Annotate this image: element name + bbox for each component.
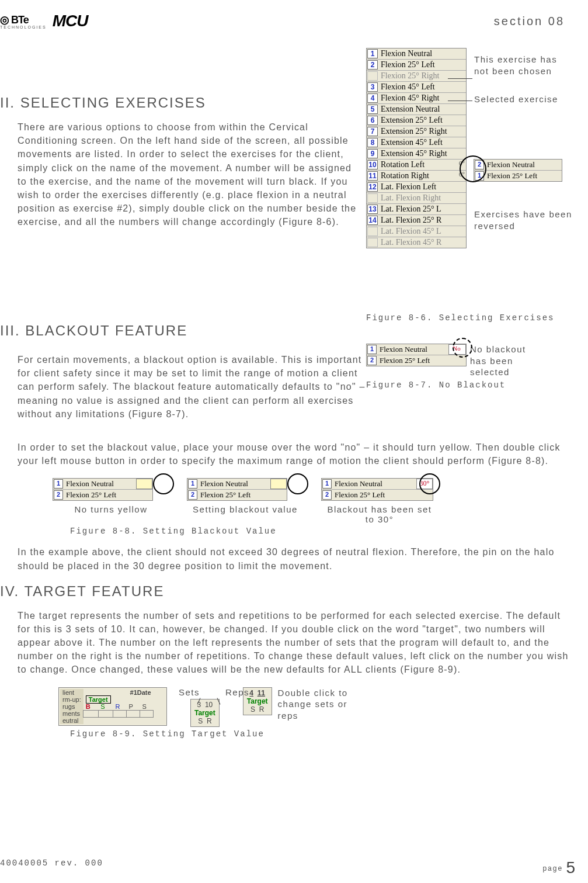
footer-page: page 5: [542, 858, 576, 877]
exercise-number[interactable]: 2: [367, 60, 378, 70]
blackout-value[interactable]: [270, 479, 287, 489]
blackout-value[interactable]: [136, 479, 152, 489]
annot-selected: Selected exercise: [474, 94, 558, 105]
exercise-number[interactable]: [367, 227, 378, 236]
figure-8-8: 1Flexion Neutral2Flexion 25° Left No tur…: [53, 478, 570, 524]
caption-fig-8-6: Figure 8-6. Selecting Exercises: [366, 313, 570, 323]
exercise-number[interactable]: 5: [367, 105, 378, 114]
para-blackout-3: In the example above, the client should …: [18, 545, 570, 572]
exercise-name[interactable]: Lat. Flexion 45° L: [378, 226, 466, 237]
annot-no-blackout: No blackout has been selected: [470, 344, 540, 378]
exercise-number[interactable]: 13: [367, 205, 378, 214]
label-reps: Reps: [225, 687, 249, 697]
exercise-number[interactable]: 1: [367, 49, 378, 58]
exercise-name[interactable]: Flexion 45° Left: [378, 82, 466, 92]
exercise-number[interactable]: 8: [367, 138, 378, 147]
heading-blackout: III. BLACKOUT FEATURE: [0, 323, 570, 339]
exercise-number[interactable]: [367, 238, 378, 247]
exercise-row[interactable]: 8Extension 45° Left: [367, 137, 466, 148]
exercise-name[interactable]: Rotation Right: [378, 171, 452, 181]
exercise-name[interactable]: Flexion 25° Left: [378, 60, 466, 70]
exercise-name[interactable]: Lat. Flexion Right: [378, 193, 466, 203]
figure-8-7: 1Flexion NeutralNo2Flexion 25° Left No b…: [366, 344, 570, 431]
exercise-row[interactable]: 13Lat. Flexion 25° L: [367, 204, 466, 215]
para-target: The target represents the number of sets…: [18, 609, 570, 677]
label-sets: Sets: [179, 687, 200, 697]
exercise-row[interactable]: 2Flexion 25° Left: [322, 490, 433, 500]
para-blackout-2: In order to set the blackout value, plac…: [18, 441, 570, 468]
exercise-name[interactable]: Extension 45° Left: [378, 137, 466, 148]
exercise-row[interactable]: 1Flexion Neutral: [53, 479, 152, 490]
cap-setting-blackout: Setting blackout value: [187, 504, 304, 514]
exercise-row[interactable]: Lat. Flexion 45° R: [367, 237, 466, 248]
para-blackout-1: For certain movements, a blackout option…: [18, 353, 366, 421]
exercise-row[interactable]: 1Flexion NeutralNo: [367, 344, 466, 355]
exercise-name[interactable]: Lat. Flexion 25° L: [378, 204, 466, 214]
exercise-number[interactable]: 9: [367, 149, 378, 158]
exercise-name[interactable]: Lat. Flexion Left: [378, 182, 466, 192]
exercise-row[interactable]: 4Flexion 45° Right: [367, 93, 466, 104]
heading-target: IV. TARGET FEATURE: [0, 583, 570, 600]
footer-rev: 40040005 rev. 000: [0, 858, 103, 877]
figure-8-6: 1Flexion Neutral2Flexion 25° LeftFlexion…: [366, 48, 570, 311]
exercise-row[interactable]: 1Flexion Neutral: [187, 479, 287, 490]
exercise-name[interactable]: Extension Neutral: [378, 104, 466, 115]
exercise-row[interactable]: 3Flexion 45° Left: [367, 82, 466, 93]
caption-fig-8-9: Figure 8-9. Setting Target Value: [70, 729, 570, 739]
exercise-row[interactable]: 2Flexion 25° Left: [187, 490, 287, 500]
exercise-row[interactable]: 2Flexion 25° Left: [367, 355, 466, 366]
mcu-logo: MCU: [53, 12, 88, 30]
exercise-row[interactable]: 2Flexion 25° Left: [53, 490, 152, 500]
exercise-row[interactable]: Lat. Flexion Right: [367, 193, 466, 204]
exercise-number[interactable]: 11: [367, 171, 378, 181]
exercise-name[interactable]: Lat. Flexion 45° R: [378, 237, 466, 248]
exercise-row[interactable]: 9Extension 45° Right: [367, 148, 466, 160]
annot-reversed: Exercises have been reversed: [474, 209, 573, 231]
exercise-row[interactable]: 1Flexion 25° Left: [474, 171, 562, 181]
caption-fig-8-8: Figure 8-8. Setting Blackout Value: [70, 527, 570, 536]
exercise-number[interactable]: 3: [367, 82, 378, 92]
exercise-row[interactable]: 1Flexion Neutral: [367, 49, 466, 60]
exercise-row[interactable]: 12Lat. Flexion Left: [367, 182, 466, 193]
annot-not-chosen: This exercise has not been chosen: [474, 54, 573, 77]
exercise-number[interactable]: 10: [367, 160, 378, 169]
heading-selecting-exercises: II. SELECTING EXERCISES: [0, 95, 360, 111]
exercise-row[interactable]: 6Extension 25° Left: [367, 115, 466, 126]
exercise-name[interactable]: Extension 45° Right: [378, 148, 466, 159]
exercise-row[interactable]: 1Flexion Neutral30°: [322, 479, 433, 490]
exercise-row[interactable]: 5Extension Neutral: [367, 104, 466, 115]
exercise-name[interactable]: Lat. Flexion 25° R: [378, 215, 466, 226]
exercise-row[interactable]: 2Flexion Neutral: [474, 160, 562, 171]
exercise-row[interactable]: 2Flexion 25° Left: [367, 60, 466, 71]
exercise-number[interactable]: 6: [367, 116, 378, 125]
figure-8-9: lient #1Date rm-up: Target rugs B S R P …: [58, 687, 570, 727]
bte-logo: ◎ BTe TECHNOLOGIES: [0, 13, 47, 29]
exercise-name[interactable]: Flexion 25° Right: [378, 71, 466, 81]
exercise-number[interactable]: 7: [367, 127, 378, 136]
target-panel: lient #1Date rm-up: Target rugs B S R P …: [58, 687, 167, 726]
exercise-row[interactable]: 7Extension 25° Right: [367, 126, 466, 137]
exercise-number[interactable]: 12: [367, 182, 378, 192]
annot-double-click: Double click to change sets or reps: [278, 687, 360, 722]
para-selecting-exercises: There are various options to choose from…: [18, 120, 360, 229]
exercise-number[interactable]: [367, 193, 378, 203]
caption-fig-8-7: Figure 8-7. No Blackout: [366, 380, 570, 390]
target-mini[interactable]: 3 10 Target S R: [190, 699, 220, 727]
exercise-name[interactable]: Extension 25° Left: [378, 115, 466, 126]
exercise-row[interactable]: 10Rotation Left0°: [367, 160, 466, 171]
exercise-row[interactable]: Lat. Flexion 45° L: [367, 226, 466, 237]
reversed-list: 2Flexion Neutral1Flexion 25° Left: [474, 159, 562, 182]
exercise-number[interactable]: 14: [367, 216, 378, 225]
section-label: section 08: [494, 15, 565, 28]
exercise-row[interactable]: 14Lat. Flexion 25° R: [367, 215, 466, 226]
exercise-row[interactable]: 11Rotation Right0°: [367, 171, 466, 182]
exercise-number[interactable]: 4: [367, 94, 378, 103]
exercise-number[interactable]: [367, 71, 378, 81]
exercise-row[interactable]: Flexion 25° Right: [367, 71, 466, 82]
exercise-name[interactable]: Rotation Left: [378, 160, 452, 170]
cap-no-turns-yellow: No turns yellow: [53, 504, 169, 514]
page-header: ◎ BTe TECHNOLOGIES MCU section 08: [0, 12, 570, 30]
exercise-name[interactable]: Flexion 45° Right: [378, 93, 466, 103]
exercise-name[interactable]: Flexion Neutral: [378, 49, 466, 59]
exercise-name[interactable]: Extension 25° Right: [378, 126, 466, 137]
